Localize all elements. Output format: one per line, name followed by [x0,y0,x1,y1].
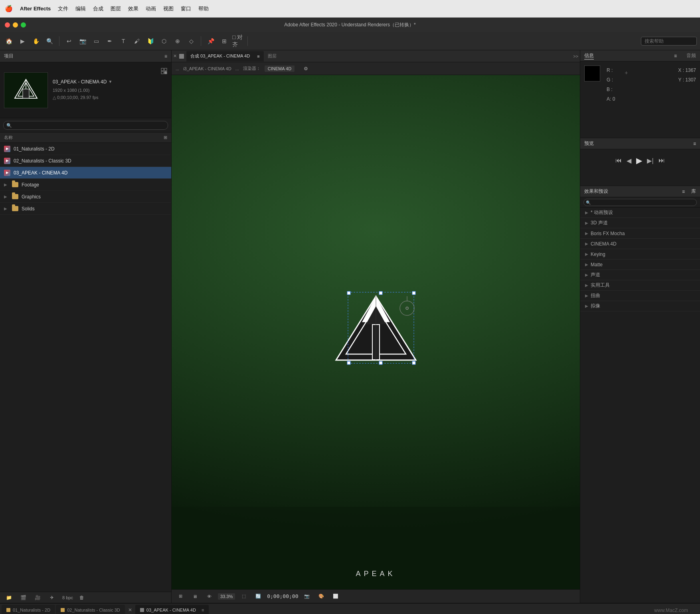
maximize-button[interactable] [21,22,26,28]
b-value: B : [607,85,615,94]
rotate-icon[interactable]: ↩ [63,36,75,47]
effects-item-8[interactable]: ▶ 扭曲 [580,291,700,301]
footage-icon[interactable]: 🎥 [32,592,43,603]
project-item-3-name: 03_APEAK - CINEMA 4D [14,170,67,176]
zoom-tool-icon[interactable]: 🔍 [44,36,55,47]
transparency-icon[interactable]: ⬜ [330,591,341,602]
project-item-3[interactable]: ▶ 03_APEAK - CINEMA 4D [0,167,171,179]
project-item-6[interactable]: ▶ Solids [0,203,171,215]
renderer-settings-icon[interactable]: ⚙ [300,63,311,74]
render-icon[interactable]: 🔄 [253,591,264,602]
x-coord: X : 1367 [678,65,696,75]
effects-item-4[interactable]: ▶ Keying [580,249,700,259]
effects-search-input[interactable] [583,199,697,206]
effects-item-7[interactable]: ▶ 实用工具 [580,280,700,291]
step-forward-button[interactable]: ▶| [647,157,653,164]
close-button[interactable] [5,22,10,28]
timeline-section: 01_Naturalists - 2D 02_Naturalists - Cla… [0,603,700,614]
close-tab-timeline[interactable]: ✕ [126,607,134,613]
brush-icon[interactable]: 🖌 [131,36,142,47]
panel-menu-icon[interactable]: ≡ [164,53,167,59]
color-values: R : G : B : A: 0 [607,65,615,104]
effects-item-9[interactable]: ▶ 拟像 [580,301,700,311]
apple-icon[interactable]: 🍎 [5,5,13,12]
menu-edit[interactable]: 编辑 [75,5,86,12]
chevron-icon-5: ▶ [585,262,588,267]
renderer-value[interactable]: CINEMA 4D [265,65,295,72]
project-item-2[interactable]: ▶ 02_Naturalists - Classic 3D [0,155,171,167]
project-search-input[interactable] [3,121,168,130]
rect-tool-icon[interactable]: ▭ [91,36,102,47]
home-icon[interactable]: 🏠 [3,36,14,47]
color-grade-icon[interactable]: 🎨 [316,591,327,602]
hand-icon[interactable]: ✋ [30,36,42,47]
layer-tab[interactable]: 图层 [268,53,277,59]
effects-item-0[interactable]: ▶ * 动画预设 [580,208,700,218]
shape-icon[interactable]: ◇ [186,36,197,47]
menu-animation[interactable]: 动画 [146,5,156,12]
menu-composition[interactable]: 合成 [93,5,103,12]
menu-layer[interactable]: 图层 [111,5,121,12]
select-icon[interactable]: ▶ [17,36,28,47]
flow-icon[interactable]: ✈ [46,592,57,603]
timeline-tab-0[interactable]: 01_Naturalists - 2D [2,605,55,614]
zoom-display[interactable]: 33.3% [218,593,235,600]
skip-forward-button[interactable]: ⏭ [658,157,665,164]
skip-back-button[interactable]: ⏮ [615,157,622,164]
timeline-tab-menu[interactable]: ≡ [202,608,204,612]
menu-view[interactable]: 视图 [163,5,174,12]
pen-icon[interactable]: ✒ [104,36,115,47]
text-icon[interactable]: T [118,36,129,47]
minimize-button[interactable] [13,22,18,28]
project-item-1[interactable]: ▶ 01_Naturalists - 2D [0,143,171,155]
camera-icon[interactable]: 📷 [77,36,88,47]
project-item-5[interactable]: ▶ Graphics [0,191,171,203]
menu-help[interactable]: 帮助 [198,5,209,12]
effects-menu-icon[interactable]: ≡ [682,189,685,194]
track-icon[interactable]: ⊞ [219,36,230,47]
eraser-icon[interactable]: ⬡ [158,36,170,47]
viewport-canvas[interactable]: APEAK [172,75,580,589]
clone-icon[interactable]: 🔰 [145,36,156,47]
menu-file[interactable]: 文件 [58,5,68,12]
close-tab-icon[interactable]: ✕ [173,53,177,59]
region-icon[interactable]: ⊞ [175,591,186,602]
effects-item-6[interactable]: ▶ 声道 [580,270,700,280]
info-tab[interactable]: 信息 [584,52,594,59]
align-icon[interactable]: □ 对齐 [232,36,243,47]
new-comp-icon[interactable]: 🎬 [18,592,29,603]
pin-icon[interactable]: 📌 [205,36,216,47]
tab-menu-icon[interactable]: ≡ [252,54,259,59]
comp-tab-active[interactable]: 合成 03_APEAK - CINEMA 4D ≡ [186,51,264,61]
display-icon[interactable]: 🖥 [189,591,200,602]
fit-icon[interactable]: ⬚ [238,591,249,602]
viewport-timecode[interactable]: 0;00;00;00 [267,593,298,599]
timeline-tab-1[interactable]: 02_Naturalists - Classic 3D [56,605,125,614]
project-item-4[interactable]: ▶ Footage [0,179,171,191]
expand-panel-icon[interactable]: >> [573,54,578,59]
new-folder-icon[interactable]: 📁 [3,592,14,603]
y-coord: Y : 1307 [678,75,696,85]
menu-window[interactable]: 窗口 [181,5,191,12]
svg-rect-27 [412,361,415,364]
project-item-5-name: Graphics [22,194,41,200]
effects-item-1[interactable]: ▶ 3D 声道 [580,218,700,228]
project-icon-btn[interactable] [161,66,167,75]
search-help-input[interactable] [641,37,697,46]
camera-shot-icon[interactable]: 📷 [301,591,312,602]
menu-aftereffects[interactable]: After Effects [20,6,51,12]
preview-menu-icon[interactable]: ≡ [693,141,696,147]
trash-icon[interactable]: 🗑 [76,592,87,603]
effects-item-3[interactable]: ▶ CINEMA 4D [580,239,700,249]
menu-effects[interactable]: 效果 [128,5,138,12]
play-button[interactable]: ▶ [636,156,642,165]
timeline-tab-2[interactable]: 03_APEAK - CINEMA 4D ≡ [135,605,209,614]
preview-mode-icon[interactable]: 👁 [204,591,215,602]
puppet-icon[interactable]: ⊕ [172,36,183,47]
effects-item-2[interactable]: ▶ Boris FX Mocha [580,228,700,239]
effects-item-5[interactable]: ▶ Matte [580,259,700,270]
toolbar-divider-1 [59,36,59,46]
audio-tab[interactable]: 音频 [686,52,696,59]
step-back-button[interactable]: ◀ [627,157,631,164]
info-menu-icon[interactable]: ≡ [674,53,677,59]
